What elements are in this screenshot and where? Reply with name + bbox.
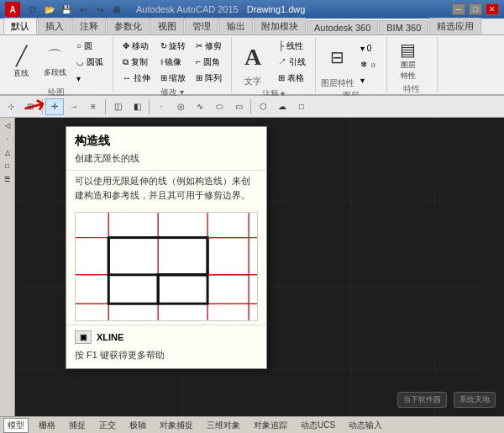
- tab-annotate[interactable]: 注释: [72, 18, 106, 34]
- tooltip-popup: 构造线 创建无限长的线 可以使用无限延伸的线（例如构造线）来创建构造和参考线，并…: [66, 126, 267, 369]
- new-btn[interactable]: 🗋: [25, 2, 40, 17]
- more-draw-btn[interactable]: ▾: [72, 71, 108, 86]
- status-ducs[interactable]: 动态UCS: [297, 419, 339, 432]
- panel-btn2[interactable]: ·: [2, 133, 13, 145]
- layer-buttons: ⊟ 图层特性 ▾ 0 ❄ ☼ ▾: [321, 39, 381, 89]
- tab-bim360[interactable]: BIM 360: [379, 20, 428, 34]
- panel-btn5[interactable]: ☰: [2, 173, 13, 185]
- hatch-btn[interactable]: ◫: [108, 98, 127, 115]
- status-ortho[interactable]: 正交: [96, 419, 119, 432]
- arc-btn[interactable]: ◡ 圆弧: [72, 55, 108, 70]
- text-label: 文字: [244, 76, 261, 87]
- modify-col1: ✥ 移动 ⧉ 复制 ↔ 拉伸: [118, 39, 155, 86]
- annotation-section: A 文字 ├ 线性 ↗ 引线 ⊞ 表格 注释 ▾: [232, 37, 316, 92]
- copy-btn[interactable]: ⧉ 复制: [118, 55, 155, 70]
- tooltip-desc: 可以使用无限延伸的线（例如构造线）来创建构造和参考线，并且其可用于修剪边界。: [66, 170, 266, 209]
- minimize-btn[interactable]: ─: [452, 3, 465, 15]
- ray-btn[interactable]: →: [65, 98, 83, 115]
- save-btn[interactable]: 💾: [59, 2, 74, 17]
- status-dynin[interactable]: 动态输入: [345, 419, 386, 432]
- polygon-btn[interactable]: ⬡: [254, 98, 272, 115]
- open-btn[interactable]: 📂: [42, 2, 57, 17]
- trim-btn[interactable]: ✂ 修剪: [192, 39, 226, 54]
- feature-label-inline: 图层特性: [401, 60, 416, 82]
- cloud-btn[interactable]: ☁: [273, 98, 291, 115]
- spline-btn[interactable]: ∿: [191, 98, 209, 115]
- layer-group: ⊟ 图层特性: [321, 39, 354, 89]
- snap-btn[interactable]: ⊹: [2, 98, 20, 115]
- array-btn[interactable]: ⊞ 阵列: [192, 71, 226, 86]
- ortho-btn[interactable]: ⊞: [21, 98, 39, 115]
- layer-props-btn[interactable]: ⊟: [322, 39, 354, 76]
- linearity-btn[interactable]: ├ 线性: [274, 39, 310, 54]
- status-3dosnap[interactable]: 三维对象: [203, 419, 244, 432]
- toolbar-sep1: [42, 99, 43, 114]
- maximize-btn[interactable]: □: [469, 3, 482, 15]
- status-snap[interactable]: 捕捉: [66, 419, 89, 432]
- feature-props-btn[interactable]: ▤ 图层特性: [392, 39, 424, 82]
- status-polar[interactable]: 极轴: [126, 419, 150, 432]
- text-btn[interactable]: A: [237, 39, 269, 76]
- point-btn[interactable]: ·: [152, 98, 171, 115]
- status-osnap[interactable]: 对象捕捉: [156, 419, 197, 432]
- tooltip-help: 按 F1 键获得更多帮助: [66, 347, 266, 368]
- draw-toolbar: ⊹ ⊞ ✛ → ≡ ◫ ◧ · ◎ ∿ ⬭ ▭ ⬡ ☁ □ ↗: [0, 96, 504, 118]
- layer-small: ▾ 0 ❄ ☼ ▾: [356, 40, 381, 87]
- panel-btn4[interactable]: □: [2, 160, 13, 172]
- tab-a360[interactable]: Autodesk 360: [307, 20, 378, 34]
- status-grid[interactable]: 栅格: [35, 419, 59, 432]
- xline-command-text: XLINE: [97, 332, 123, 342]
- xline-btn[interactable]: ✛: [45, 98, 64, 115]
- donut-btn[interactable]: ◎: [171, 98, 190, 115]
- tab-view[interactable]: 视图: [150, 18, 184, 34]
- fillet-btn[interactable]: ⌐ 圆角: [192, 55, 226, 70]
- ellipse-btn[interactable]: ⬭: [210, 98, 228, 115]
- layer-select-btn[interactable]: ▾ 0: [356, 40, 381, 55]
- redo-btn[interactable]: ↪: [92, 2, 108, 17]
- undo-btn[interactable]: ↩: [76, 2, 91, 17]
- line-label: 直线: [13, 68, 29, 79]
- feature-buttons: ▤ 图层特性: [392, 39, 432, 82]
- line-btn[interactable]: ╱ 直线: [5, 40, 37, 84]
- xline-cmd-icon: ▣: [75, 330, 92, 344]
- ribbon-tabs: 默认 插入 注释 参数化 视图 管理 输出 附加模块 Autodesk 360 …: [0, 18, 504, 35]
- tab-insert[interactable]: 插入: [38, 18, 71, 34]
- mirror-btn[interactable]: ⫲ 镜像: [156, 55, 191, 70]
- tab-parametric[interactable]: 参数化: [107, 18, 150, 34]
- mline-btn[interactable]: ≡: [84, 98, 102, 115]
- layer-more-btn[interactable]: ▾: [356, 72, 381, 87]
- layer-icon: ⊟: [330, 47, 344, 67]
- tab-default[interactable]: 默认: [3, 18, 37, 34]
- text-group: A 文字: [237, 39, 269, 87]
- panel-btn1[interactable]: ◁: [2, 119, 13, 131]
- status-otrack[interactable]: 对象追踪: [250, 419, 291, 432]
- circle-btn[interactable]: ○ 圆: [72, 39, 108, 54]
- layer-freeze-btn[interactable]: ❄ ☼: [356, 56, 381, 71]
- print-btn[interactable]: 🖶: [109, 2, 124, 17]
- title-bar-left: A 🗋 📂 💾 ↩ ↪ 🖶 Autodesk AutoCAD 2015 Draw…: [5, 2, 305, 17]
- close-btn[interactable]: ✕: [486, 3, 499, 15]
- app-logo: A: [5, 2, 20, 17]
- watermark-area: 当下软件园 系统天地: [397, 392, 496, 408]
- tab-output[interactable]: 输出: [219, 18, 253, 34]
- wipeout-btn[interactable]: □: [292, 98, 311, 115]
- table-btn[interactable]: ⊞ 表格: [274, 71, 310, 86]
- toolbar-sep4: [250, 99, 251, 114]
- polyline-btn[interactable]: ⌒ 多段线: [39, 40, 71, 84]
- rect-btn[interactable]: ▭: [229, 98, 248, 115]
- panel-btn3[interactable]: △: [2, 146, 13, 158]
- ribbon-toolbar: ╱ 直线 ⌒ 多段线 ○ 圆 ◡ 圆弧 ▾ 绘图 ✥ 移动 ⧉ 复制 ↔ 拉伸: [0, 35, 504, 96]
- status-model[interactable]: 模型: [3, 418, 29, 433]
- left-panel: ◁ · △ □ ☰: [0, 118, 15, 416]
- anno-buttons: A 文字 ├ 线性 ↗ 引线 ⊞ 表格: [237, 39, 310, 87]
- canvas-area[interactable]: 构造线 创建无限长的线 可以使用无限延伸的线（例如构造线）来创建构造和参考线，并…: [15, 118, 504, 416]
- stretch-btn[interactable]: ↔ 拉伸: [118, 71, 155, 86]
- leader-btn[interactable]: ↗ 引线: [274, 55, 310, 70]
- move-btn[interactable]: ✥ 移动: [118, 39, 155, 54]
- tab-featured[interactable]: 精选应用: [429, 18, 481, 34]
- gradient-btn[interactable]: ◧: [128, 98, 146, 115]
- tab-manage[interactable]: 管理: [185, 18, 218, 34]
- scale-btn[interactable]: ⊞ 缩放: [156, 71, 191, 86]
- tab-addins[interactable]: 附加模块: [254, 18, 306, 34]
- rotate-btn[interactable]: ↻ 旋转: [156, 39, 191, 54]
